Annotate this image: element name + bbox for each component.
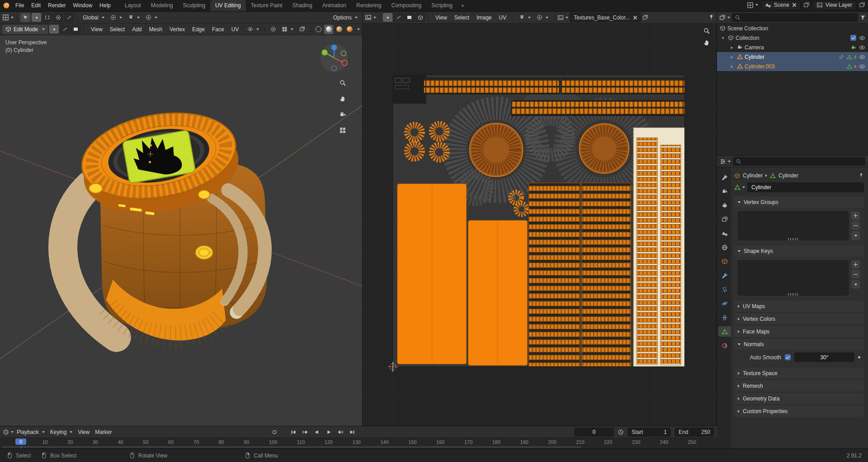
edge-select-button[interactable]: [60, 25, 70, 33]
transform-orientation-dropdown[interactable]: Global: [80, 13, 107, 22]
tab-render[interactable]: [718, 186, 731, 196]
uv-menu-item[interactable]: UV: [495, 13, 510, 22]
use-preview-range-icon[interactable]: [618, 429, 624, 435]
cylinder003-expand-arrow[interactable]: ▸: [729, 64, 735, 69]
scene-unlink-icon[interactable]: [792, 3, 797, 7]
shading-wireframe-button[interactable]: [314, 25, 323, 34]
xray-toggle[interactable]: [297, 25, 307, 34]
editor-type-icon[interactable]: [2, 14, 14, 21]
zoom-icon[interactable]: [337, 77, 349, 89]
uv-vertex-select-button[interactable]: [383, 13, 392, 22]
outliner-editor-type-icon[interactable]: [719, 14, 730, 21]
new-view-layer-icon[interactable]: [859, 2, 865, 8]
view-layer-selector[interactable]: View Layer: [812, 0, 856, 10]
end-frame-field[interactable]: End 250: [675, 428, 714, 437]
vertex-group-specials-button[interactable]: [851, 231, 860, 240]
uv-edge-select-button[interactable]: [394, 13, 403, 22]
uv-island-select-button[interactable]: [415, 13, 425, 22]
play-button[interactable]: [323, 428, 334, 437]
keying-dropdown[interactable]: Keying: [48, 428, 75, 437]
scene-selector[interactable]: Scene: [761, 0, 801, 10]
add-workspace-button[interactable]: +: [458, 0, 468, 11]
proportional-edit-toggle[interactable]: [143, 13, 160, 22]
viewport-menu-item[interactable]: Face: [208, 25, 228, 34]
resize-grip[interactable]: [788, 293, 799, 295]
timeline-marker-menu[interactable]: Marker: [93, 428, 114, 437]
filter-icon[interactable]: [860, 14, 866, 20]
camera-hide-icon[interactable]: [859, 44, 865, 51]
viewport-menu-item[interactable]: Select: [106, 25, 128, 34]
viewport-menu-item[interactable]: Edge: [189, 25, 208, 34]
camera-expand-arrow[interactable]: ▸: [729, 45, 735, 50]
viewport-menu-item[interactable]: UV: [228, 25, 243, 34]
face-select-button[interactable]: [71, 25, 80, 33]
jump-to-end-button[interactable]: [347, 428, 358, 437]
collection-checkbox[interactable]: [850, 35, 856, 41]
menubar-item[interactable]: File: [12, 1, 28, 10]
vertex-groups-panel-header[interactable]: Vertex Groups: [734, 196, 864, 208]
shading-solid-button[interactable]: [324, 25, 333, 34]
animate-property-dot[interactable]: [858, 356, 860, 358]
overlays-dropdown[interactable]: [279, 25, 296, 34]
add-shape-key-button[interactable]: [851, 260, 860, 269]
outliner-row-cylinder[interactable]: ▸ Cylinder 2: [717, 52, 868, 62]
vertex-colors-panel-header[interactable]: Vertex Colors: [734, 313, 864, 324]
face-maps-panel-header[interactable]: Face Maps: [734, 326, 864, 337]
geometry-data-panel-header[interactable]: Geometry Data: [734, 393, 864, 404]
start-frame-field[interactable]: Start 1: [627, 428, 671, 437]
snap-toggle[interactable]: [126, 13, 142, 22]
tab-modifiers[interactable]: [718, 270, 731, 281]
pin-icon[interactable]: [708, 14, 714, 20]
active-tool-icon[interactable]: [20, 13, 30, 22]
uv-face-select-button[interactable]: [405, 13, 414, 22]
viewport-canvas[interactable]: User Perspective (0) Cylinder: [0, 35, 362, 426]
tab-object-data[interactable]: [718, 326, 731, 337]
tab-rendering[interactable]: Rendering: [351, 0, 386, 11]
outliner-row-cylinder003[interactable]: ▸ Cylinder.003 4: [717, 62, 868, 71]
tab-scene[interactable]: [718, 228, 731, 238]
auto-smooth-checkbox[interactable]: [785, 354, 791, 360]
fake-user-icon[interactable]: [642, 14, 648, 20]
options-dropdown[interactable]: Options: [331, 13, 360, 22]
viewport-menu-item[interactable]: Mesh: [146, 25, 166, 34]
uv-menu-item[interactable]: Select: [451, 13, 473, 22]
uv-menu-item[interactable]: View: [432, 13, 451, 22]
viewport-menu-item[interactable]: View: [87, 25, 106, 34]
tab-animation[interactable]: Animation: [317, 0, 351, 11]
next-keyframe-button[interactable]: [335, 428, 346, 437]
select-mode-box-button[interactable]: [42, 13, 52, 22]
tab-scripting[interactable]: Scripting: [426, 0, 458, 11]
remove-shape-key-button[interactable]: [851, 270, 860, 279]
outliner-search-input[interactable]: [732, 13, 858, 22]
tab-material[interactable]: [718, 340, 731, 351]
data-name-field[interactable]: Cylinder: [747, 182, 864, 192]
uv-menu-item[interactable]: Image: [473, 13, 495, 22]
blender-logo-icon[interactable]: [3, 2, 10, 9]
select-mode-lasso-button[interactable]: [64, 13, 74, 22]
texture-space-panel-header[interactable]: Texture Space: [734, 367, 864, 379]
display-mode-icon[interactable]: [747, 2, 758, 9]
vertex-select-button[interactable]: [49, 25, 59, 33]
tab-layout[interactable]: Layout: [120, 0, 146, 11]
new-scene-icon[interactable]: [803, 2, 810, 8]
viewport-menu-item[interactable]: Vertex: [166, 25, 189, 34]
menubar-item[interactable]: Window: [69, 1, 96, 10]
tab-particles[interactable]: [718, 284, 731, 295]
tab-output[interactable]: [718, 200, 731, 210]
shading-material-button[interactable]: [335, 25, 344, 34]
shading-dropdown-caret[interactable]: [357, 29, 360, 30]
current-frame-field[interactable]: 0: [574, 428, 614, 437]
shape-key-specials-button[interactable]: [851, 280, 860, 289]
menubar-item[interactable]: Help: [96, 1, 114, 10]
timeline-view-menu[interactable]: View: [75, 428, 92, 437]
remesh-panel-header[interactable]: Remesh: [734, 380, 864, 391]
cylinder003-hide-icon[interactable]: [859, 63, 865, 70]
tab-physics[interactable]: [718, 298, 731, 309]
crumb-object-label[interactable]: Cylinder: [743, 172, 763, 179]
uv-editor-type-icon[interactable]: [365, 14, 376, 21]
menubar-item[interactable]: Edit: [28, 1, 44, 10]
timeline-scrollbar[interactable]: [2, 446, 581, 448]
prev-keyframe-button[interactable]: [300, 428, 311, 437]
select-mode-tweak-button[interactable]: [32, 13, 41, 22]
shading-rendered-button[interactable]: [345, 25, 354, 34]
